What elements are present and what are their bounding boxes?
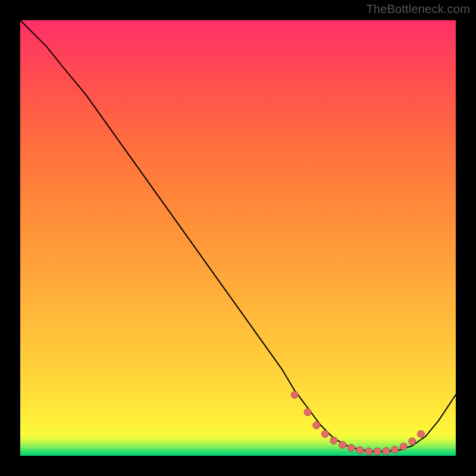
marker-dot [330, 437, 337, 444]
plot-area [20, 20, 456, 456]
marker-dot [313, 422, 320, 429]
marker-dot [383, 447, 390, 455]
marker-dot [400, 443, 407, 450]
marker-dot [392, 446, 399, 453]
marker-dot [356, 447, 364, 454]
marker-dot [417, 430, 424, 437]
marker-dot [365, 448, 372, 455]
marker-dot [339, 441, 346, 449]
chart-frame: TheBottleneck.com [0, 0, 476, 476]
marker-dots [291, 392, 424, 455]
marker-dot [409, 438, 416, 445]
marker-dot [304, 409, 311, 416]
watermark-text: TheBottleneck.com [366, 2, 470, 16]
bottleneck-curve [20, 20, 456, 452]
marker-dot [321, 430, 328, 437]
curve-layer [20, 20, 456, 456]
marker-dot [374, 448, 381, 455]
marker-dot [347, 444, 355, 452]
marker-dot [291, 392, 298, 399]
